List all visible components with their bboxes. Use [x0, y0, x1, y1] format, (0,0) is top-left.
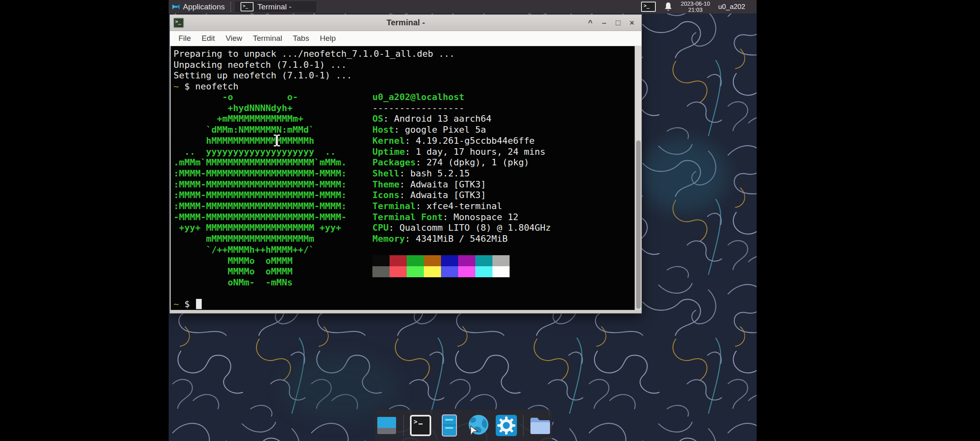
menu-item-file[interactable]: File	[173, 34, 196, 43]
palette-swatch	[458, 266, 475, 277]
menu-item-tabs[interactable]: Tabs	[287, 34, 314, 43]
window-titlebar[interactable]: >_ Terminal - ^–□×	[170, 15, 641, 31]
info-label: OS	[372, 114, 383, 124]
text-cursor	[196, 299, 202, 309]
info-label: Memory	[372, 234, 405, 244]
palette-swatch	[475, 266, 492, 277]
neofetch-info: u0_a202@localhost-----------------OS: An…	[372, 92, 551, 245]
palette-swatch	[372, 266, 390, 277]
taskbar-button-label: Terminal -	[257, 2, 291, 11]
info-label: Terminal	[372, 201, 416, 211]
palette-row-2	[372, 266, 510, 277]
dock-item-show-desktop[interactable]	[375, 414, 399, 437]
terminal-scrollbar[interactable]	[635, 46, 641, 310]
info-row: Kernel: 4.19.261-g5ccbb44e6ffe	[372, 136, 551, 147]
desktop: Applications >_ Terminal - >_ 2023-06-10…	[169, 0, 757, 441]
terminal-icon: >	[409, 414, 432, 437]
menu-item-view[interactable]: View	[220, 34, 247, 43]
info-row: Terminal Font: Monospace 12	[372, 212, 551, 223]
palette-swatch	[390, 255, 407, 266]
tray-terminal-icon[interactable]: >_	[641, 2, 656, 12]
window-menubar: FileEditViewTerminalTabsHelp	[170, 31, 641, 46]
menu-item-terminal[interactable]: Terminal	[247, 34, 287, 43]
dock-item-terminal[interactable]: >	[409, 414, 432, 437]
info-row: CPU: Qualcomm LITO (8) @ 1.804GHz	[372, 223, 551, 234]
show-desktop-icon	[375, 414, 399, 437]
applications-icon	[172, 3, 180, 11]
menu-item-help[interactable]: Help	[314, 34, 341, 43]
info-row: Memory: 4341MiB / 5462MiB	[372, 234, 551, 245]
clock-date: 2023-06-10	[681, 1, 710, 7]
taskbar-button-terminal[interactable]: >_ Terminal -	[234, 1, 317, 13]
terminal-content[interactable]: Preparing to unpack .../neofetch_7.1.0-1…	[171, 46, 641, 310]
svg-text:>: >	[414, 418, 417, 425]
palette-swatch	[390, 266, 407, 277]
session-username[interactable]: u0_a202	[718, 3, 745, 11]
info-label: Theme	[372, 179, 399, 189]
neofetch-host-line: u0_a202@localhost	[372, 92, 551, 103]
dock-item-web-browser[interactable]	[466, 414, 490, 437]
info-row: Host: google Pixel 5a	[372, 125, 551, 136]
info-label: Shell	[372, 168, 399, 178]
notification-bell-icon[interactable]	[664, 2, 673, 12]
info-row: Theme: Adwaita [GTK3]	[372, 179, 551, 190]
palette-row-1	[372, 255, 510, 266]
info-row: Icons: Adwaita [GTK3]	[372, 190, 551, 201]
info-row: Shell: bash 5.2.15	[372, 168, 551, 179]
applications-label: Applications	[183, 2, 225, 11]
palette-swatch	[424, 266, 441, 277]
panel-clock[interactable]: 2023-06-10 21:03	[681, 1, 710, 13]
minimize-icon: –	[602, 18, 606, 27]
terminal-task-icon: >_	[241, 2, 254, 11]
settings-icon	[494, 414, 518, 437]
shell-prompt: ~ $	[174, 299, 202, 310]
info-row: Terminal: xfce4-terminal	[372, 201, 551, 212]
info-row: OS: Android 13 aarch64	[372, 114, 551, 125]
terminal-scrollback: Preparing to unpack .../neofetch_7.1.0-1…	[174, 49, 455, 92]
info-label: CPU	[372, 223, 389, 233]
info-label: Terminal Font	[372, 212, 443, 222]
menu-item-edit[interactable]: Edit	[196, 34, 220, 43]
maximize-icon: □	[616, 18, 620, 27]
neofetch-separator: -----------------	[372, 103, 551, 114]
prompt-tilde: ~	[174, 81, 179, 91]
palette-swatch	[475, 255, 492, 266]
palette-swatch	[372, 255, 390, 266]
ibeam-mouse-cursor	[272, 134, 281, 147]
palette-swatch	[407, 266, 424, 277]
window-maximize-button[interactable]: □	[612, 17, 624, 28]
applications-menu-button[interactable]: Applications	[169, 0, 229, 13]
palette-swatch	[492, 255, 510, 266]
window-title: Terminal -	[170, 18, 641, 27]
window-shade-button[interactable]: ^	[585, 17, 596, 28]
dock-separator	[523, 415, 523, 436]
dock-item-file-cabinet[interactable]	[437, 414, 461, 437]
palette-swatch	[424, 255, 441, 266]
scrollbar-thumb[interactable]	[636, 140, 641, 309]
info-row: Uptime: 1 day, 17 hours, 24 mins	[372, 147, 551, 158]
dock-item-file-manager[interactable]	[528, 414, 552, 437]
terminal-window: >_ Terminal - ^–□× FileEditViewTerminalT…	[169, 14, 642, 314]
web-browser-icon	[466, 414, 490, 437]
panel-separator	[230, 2, 231, 12]
file-cabinet-icon	[437, 414, 461, 437]
close-icon: ×	[630, 18, 634, 27]
dock: >	[375, 410, 552, 441]
palette-swatch	[441, 255, 458, 266]
info-label: Icons	[372, 190, 399, 200]
info-row: Packages: 274 (dpkg), 1 (pkg)	[372, 157, 551, 168]
palette-swatch	[407, 255, 424, 266]
neofetch-ascii-art: -o o- +hydNNNNdyh+ +mMMMMMMMMMMMMm+ `dMM…	[174, 92, 347, 288]
dock-separator	[403, 415, 404, 436]
file-manager-icon	[528, 414, 552, 437]
window-minimize-button[interactable]: –	[599, 17, 610, 28]
palette-swatch	[441, 266, 458, 277]
neofetch-color-palette	[372, 255, 510, 277]
dock-item-settings[interactable]	[494, 414, 518, 437]
info-label: Host	[372, 125, 394, 135]
window-close-button[interactable]: ×	[626, 17, 637, 28]
info-label: Uptime	[372, 147, 405, 157]
info-label: Kernel	[372, 136, 405, 146]
palette-swatch	[492, 266, 510, 277]
top-panel: Applications >_ Terminal - >_ 2023-06-10…	[169, 0, 757, 13]
